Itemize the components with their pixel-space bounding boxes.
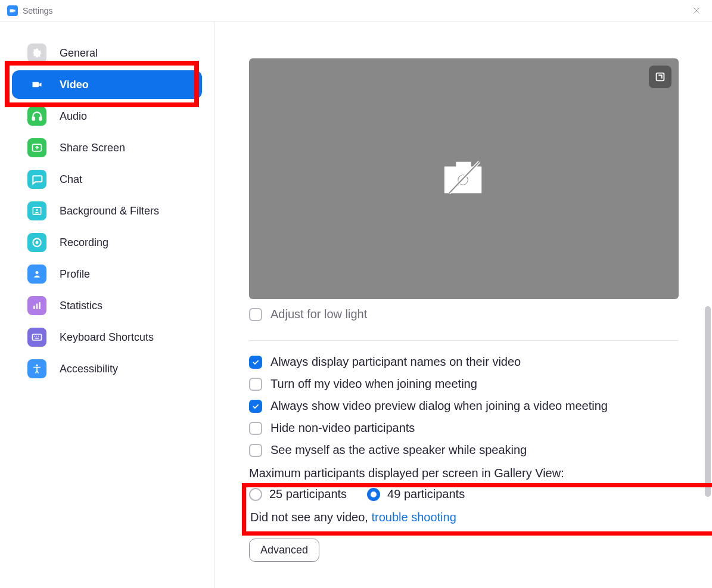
- sidebar-item-label: Share Screen: [60, 142, 125, 153]
- sidebar-item-label: Background & Filters: [60, 206, 159, 216]
- svg-rect-11: [33, 334, 42, 340]
- divider: [249, 340, 679, 341]
- svg-rect-9: [36, 304, 38, 309]
- sidebar-item-label: Audio: [60, 111, 87, 122]
- video-preview: [249, 58, 679, 299]
- video-options: Adjust for low light Always display part…: [249, 306, 679, 562]
- sidebar-item-video[interactable]: Video: [12, 70, 202, 99]
- sidebar-item-label: Profile: [60, 269, 90, 279]
- option-label: Hide non-video participants: [271, 421, 415, 435]
- sidebar-item-background-filters[interactable]: Background & Filters: [12, 197, 202, 225]
- window-title: Settings: [23, 6, 53, 15]
- option-display-names[interactable]: Always display participant names on thei…: [249, 355, 679, 369]
- svg-rect-10: [39, 302, 41, 309]
- accessibility-icon: [27, 359, 46, 378]
- svg-point-4: [36, 209, 38, 211]
- option-hide-nonvideo[interactable]: Hide non-video participants: [249, 421, 679, 435]
- option-adjust-low-light[interactable]: Adjust for low light: [249, 306, 679, 332]
- titlebar: Settings: [0, 0, 712, 21]
- sidebar-item-keyboard-shortcuts[interactable]: Keyboard Shortcuts: [12, 323, 202, 351]
- option-always-preview[interactable]: Always show video preview dialog when jo…: [249, 399, 679, 413]
- svg-point-16: [36, 365, 38, 366]
- option-see-myself-active[interactable]: See myself as the active speaker while s…: [249, 443, 679, 457]
- svg-point-6: [36, 241, 39, 244]
- advanced-button[interactable]: Advanced: [249, 539, 319, 562]
- sidebar-item-recording[interactable]: Recording: [12, 228, 202, 257]
- app-icon: [7, 5, 18, 16]
- radio[interactable]: [367, 488, 380, 501]
- no-video-text: Did not see any video,: [250, 511, 371, 524]
- sidebar-item-label: Keyboard Shortcuts: [60, 332, 154, 343]
- sidebar-item-label: Statistics: [60, 300, 102, 311]
- gallery-view-options: 25 participants 49 participants: [249, 487, 679, 501]
- checkbox[interactable]: [249, 422, 262, 435]
- radio-49-participants[interactable]: 49 participants: [367, 487, 465, 501]
- no-camera-icon: [441, 157, 487, 201]
- option-label: Turn off my video when joining meeting: [271, 377, 477, 391]
- scrollbar-thumb[interactable]: [705, 306, 711, 497]
- svg-rect-0: [33, 117, 35, 120]
- svg-rect-8: [33, 306, 35, 309]
- svg-rect-1: [39, 117, 41, 120]
- option-label: Adjust for low light: [271, 307, 367, 321]
- checkbox[interactable]: [249, 356, 262, 369]
- svg-rect-23: [657, 73, 664, 81]
- close-button[interactable]: [688, 2, 705, 19]
- no-video-help: Did not see any video, trouble shooting: [250, 511, 679, 524]
- checkbox[interactable]: [249, 378, 262, 391]
- troubleshooting-link[interactable]: trouble shooting: [371, 511, 456, 524]
- sidebar-item-statistics[interactable]: Statistics: [12, 291, 202, 320]
- settings-main-video: Adjust for low light Always display part…: [214, 21, 712, 588]
- option-turn-off-join[interactable]: Turn off my video when joining meeting: [249, 377, 679, 391]
- profile-icon: [27, 265, 46, 284]
- sidebar-item-general[interactable]: General: [12, 39, 202, 67]
- background-filters-icon: [27, 201, 46, 220]
- checkbox[interactable]: [249, 308, 262, 321]
- statistics-icon: [27, 296, 46, 315]
- gear-icon: [27, 43, 46, 63]
- share-screen-icon: [27, 138, 46, 157]
- option-label: Always show video preview dialog when jo…: [271, 399, 608, 413]
- sidebar-item-label: General: [60, 48, 98, 58]
- checkbox[interactable]: [249, 444, 262, 457]
- option-label: See myself as the active speaker while s…: [271, 443, 527, 457]
- sidebar-item-profile[interactable]: Profile: [12, 260, 202, 288]
- gallery-view-label: Maximum participants displayed per scree…: [249, 466, 679, 480]
- option-label: Always display participant names on thei…: [271, 355, 521, 369]
- radio-label: 49 participants: [387, 487, 465, 501]
- sidebar-item-share-screen[interactable]: Share Screen: [12, 133, 202, 162]
- rotate-icon: [654, 70, 667, 83]
- svg-point-14: [38, 336, 39, 337]
- checkbox[interactable]: [249, 400, 262, 413]
- svg-point-7: [36, 271, 39, 274]
- sidebar-item-label: Accessibility: [60, 363, 118, 374]
- radio-label: 25 participants: [269, 487, 347, 501]
- settings-sidebar: General Video Audio Share Screen Chat: [0, 21, 214, 588]
- sidebar-item-label: Video: [60, 79, 89, 90]
- rotate-camera-button[interactable]: [649, 66, 671, 88]
- sidebar-item-accessibility[interactable]: Accessibility: [12, 354, 202, 383]
- video-icon: [27, 75, 46, 94]
- close-icon: [692, 7, 701, 15]
- headphones-icon: [27, 107, 46, 126]
- keyboard-icon: [27, 328, 46, 347]
- svg-point-12: [34, 336, 35, 337]
- svg-rect-18: [457, 163, 470, 169]
- radio-25-participants[interactable]: 25 participants: [249, 487, 347, 501]
- radio[interactable]: [249, 488, 262, 501]
- svg-rect-15: [35, 338, 39, 339]
- svg-point-13: [36, 336, 37, 337]
- sidebar-item-label: Chat: [60, 174, 82, 185]
- sidebar-item-label: Recording: [60, 237, 108, 248]
- sidebar-item-audio[interactable]: Audio: [12, 102, 202, 130]
- chat-icon: [27, 170, 46, 189]
- sidebar-item-chat[interactable]: Chat: [12, 165, 202, 194]
- recording-icon: [27, 233, 46, 252]
